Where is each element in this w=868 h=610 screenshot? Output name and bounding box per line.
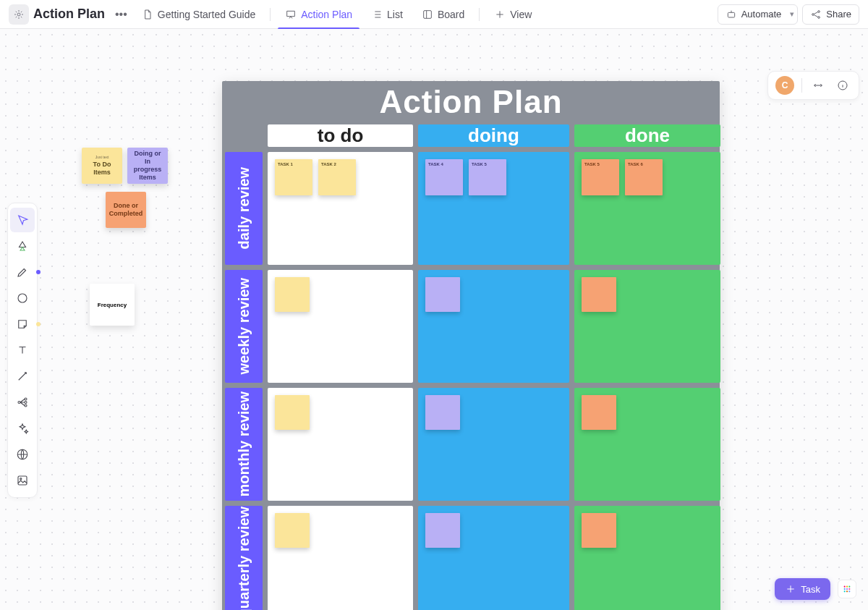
cell-quarterly-done[interactable]: [574, 506, 720, 610]
task-label: TASK 5: [472, 162, 487, 166]
chevron-down-icon[interactable]: ▾: [786, 9, 794, 19]
corner-cell: [225, 124, 263, 147]
tab-action-plan[interactable]: Action Plan: [278, 0, 359, 29]
task-card[interactable]: [425, 395, 460, 430]
task-card[interactable]: [425, 277, 460, 312]
pen-tool[interactable]: [10, 260, 35, 284]
cell-quarterly-todo[interactable]: [268, 506, 413, 610]
task-card[interactable]: TASK 4: [425, 159, 463, 195]
page-menu-icon[interactable]: •••: [112, 8, 130, 21]
cell-monthly-done[interactable]: [574, 388, 720, 501]
mindmap-tool[interactable]: [10, 390, 35, 415]
svg-point-9: [25, 402, 27, 404]
task-label: TASK 6: [628, 162, 643, 166]
page-title: Action Plan: [33, 7, 105, 22]
row-label-daily: daily review: [225, 152, 263, 265]
shape-tool[interactable]: [10, 286, 35, 310]
task-card[interactable]: TASK 2: [318, 159, 356, 195]
board-title: Action Plan: [222, 81, 720, 124]
tab-label: List: [387, 9, 403, 20]
share-button[interactable]: Share: [802, 4, 859, 25]
svg-point-23: [848, 590, 850, 592]
apps-button[interactable]: [838, 580, 856, 598]
info-icon[interactable]: [834, 77, 851, 94]
legend-done-note[interactable]: Done or Completed: [106, 192, 146, 228]
text-tool[interactable]: [10, 338, 35, 363]
task-card[interactable]: [582, 277, 616, 312]
task-label: TASK 1: [278, 162, 293, 166]
task-card[interactable]: [425, 513, 460, 548]
magic-tool[interactable]: [10, 416, 35, 441]
whiteboard-canvas[interactable]: C Just text To Do Items Doing or In prog…: [0, 29, 868, 610]
cell-daily-done[interactable]: TASK 5 TASK 6: [574, 152, 720, 265]
tab-label: Getting Started Guide: [158, 9, 255, 20]
task-card[interactable]: [275, 277, 310, 312]
frequency-card[interactable]: Frequency: [90, 284, 135, 326]
task-card[interactable]: TASK 5: [582, 159, 619, 195]
cell-daily-todo[interactable]: TASK 1 TASK 2: [268, 152, 413, 265]
task-card[interactable]: [275, 395, 310, 430]
legend-doing-note[interactable]: Doing or In progress Items: [127, 148, 168, 184]
new-task-button[interactable]: Task: [775, 578, 830, 600]
task-card[interactable]: TASK 1: [275, 159, 312, 195]
svg-point-22: [846, 590, 848, 592]
tab-add-view[interactable]: View: [487, 0, 539, 29]
row-label-weekly: weekly review: [225, 270, 263, 383]
share-label: Share: [826, 9, 851, 20]
svg-point-5: [818, 16, 820, 18]
canvas-controls: C: [767, 71, 859, 100]
tab-board[interactable]: Board: [414, 0, 472, 29]
cell-monthly-doing[interactable]: [418, 388, 569, 501]
tab-label: Action Plan: [301, 9, 352, 20]
automate-label: Automate: [741, 9, 782, 20]
task-card[interactable]: [582, 395, 616, 430]
share-icon: [810, 9, 822, 20]
svg-point-18: [844, 588, 846, 590]
cell-quarterly-doing[interactable]: [418, 506, 569, 610]
cell-weekly-done[interactable]: [574, 270, 720, 383]
task-card[interactable]: TASK 6: [625, 159, 663, 195]
legend-todo-label: To Do Items: [86, 161, 118, 177]
legend-todo-note[interactable]: Just text To Do Items: [82, 148, 122, 184]
cell-daily-doing[interactable]: TASK 4 TASK 5: [418, 152, 569, 265]
fit-width-icon[interactable]: [809, 77, 827, 94]
task-label: TASK 2: [321, 162, 336, 166]
cell-weekly-todo[interactable]: [268, 270, 413, 383]
task-card[interactable]: [275, 513, 310, 548]
svg-point-3: [812, 13, 814, 15]
avatar[interactable]: C: [775, 76, 794, 95]
frequency-label: Frequency: [98, 302, 127, 308]
web-tool[interactable]: [10, 442, 35, 467]
tab-list[interactable]: List: [364, 0, 410, 29]
board-icon: [422, 9, 433, 20]
workspace-icon[interactable]: [9, 4, 29, 25]
svg-point-13: [20, 478, 22, 480]
svg-point-4: [818, 10, 820, 12]
tab-label: Board: [438, 9, 464, 20]
svg-point-19: [846, 588, 848, 590]
image-tool[interactable]: [10, 468, 35, 493]
task-label: TASK 4: [428, 162, 443, 166]
topbar: Action Plan ••• Getting Started Guide Ac…: [0, 0, 868, 29]
automate-button[interactable]: Automate ▾: [718, 4, 799, 25]
svg-point-20: [848, 588, 850, 590]
ai-tool[interactable]: [10, 234, 35, 258]
robot-icon: [726, 9, 737, 20]
svg-point-7: [18, 402, 20, 404]
connector-tool[interactable]: [10, 364, 35, 389]
cell-weekly-doing[interactable]: [418, 270, 569, 383]
svg-rect-12: [18, 476, 27, 485]
task-card[interactable]: [582, 513, 616, 548]
svg-point-16: [846, 586, 848, 588]
task-button-label: Task: [801, 584, 820, 595]
task-card[interactable]: TASK 5: [469, 159, 506, 195]
divider: [801, 78, 802, 93]
task-label: TASK 5: [584, 162, 600, 166]
action-plan-board[interactable]: Action Plan to do doing done daily revie…: [222, 81, 720, 610]
cell-monthly-todo[interactable]: [268, 388, 413, 501]
tab-getting-started[interactable]: Getting Started Guide: [135, 0, 263, 29]
column-header-doing: doing: [418, 124, 569, 147]
svg-point-17: [848, 586, 850, 588]
sticky-note-tool[interactable]: [10, 312, 35, 336]
select-tool[interactable]: [10, 208, 35, 232]
